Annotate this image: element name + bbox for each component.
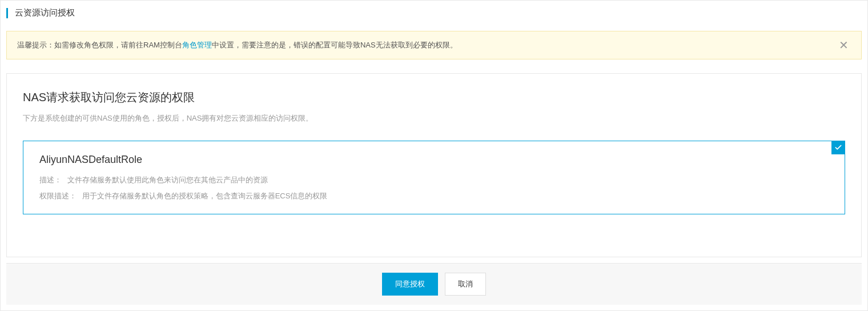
content-subtitle: 下方是系统创建的可供NAS使用的角色，授权后，NAS拥有对您云资源相应的访问权限… xyxy=(23,113,845,123)
agree-button[interactable]: 同意授权 xyxy=(382,273,438,296)
role-description-row: 描述： 文件存储服务默认使用此角色来访问您在其他云产品中的资源 xyxy=(39,175,829,185)
content-panel: NAS请求获取访问您云资源的权限 下方是系统创建的可供NAS使用的角色，授权后，… xyxy=(6,73,862,257)
alert-prefix: 温馨提示：如需修改角色权限，请前往RAM控制台 xyxy=(17,40,182,50)
alert-banner: 温馨提示：如需修改角色权限，请前往RAM控制台 角色管理 中设置，需要注意的是，… xyxy=(6,31,862,59)
role-perm-label: 权限描述： xyxy=(39,192,77,200)
role-card[interactable]: AliyunNASDefaultRole 描述： 文件存储服务默认使用此角色来访… xyxy=(23,141,845,214)
page-header: 云资源访问授权 xyxy=(1,1,867,25)
alert-text: 温馨提示：如需修改角色权限，请前往RAM控制台 角色管理 中设置，需要注意的是，… xyxy=(17,40,457,50)
role-desc-label: 描述： xyxy=(39,176,62,184)
content-title: NAS请求获取访问您云资源的权限 xyxy=(23,90,845,105)
role-name: AliyunNASDefaultRole xyxy=(39,154,829,166)
footer-actions: 同意授权 取消 xyxy=(6,263,862,305)
role-permission-row: 权限描述： 用于文件存储服务默认角色的授权策略，包含查询云服务器ECS信息的权限 xyxy=(39,191,829,201)
selected-check-icon xyxy=(831,141,845,154)
cancel-button[interactable]: 取消 xyxy=(445,273,486,296)
header-accent-bar xyxy=(6,8,8,18)
page-title: 云资源访问授权 xyxy=(15,7,75,18)
role-perm-value: 用于文件存储服务默认角色的授权策略，包含查询云服务器ECS信息的权限 xyxy=(82,192,328,200)
role-desc-value: 文件存储服务默认使用此角色来访问您在其他云产品中的资源 xyxy=(67,176,268,184)
role-management-link[interactable]: 角色管理 xyxy=(182,40,212,50)
close-icon[interactable]: ✕ xyxy=(837,39,851,51)
alert-suffix: 中设置，需要注意的是，错误的配置可能导致NAS无法获取到必要的权限。 xyxy=(212,40,457,50)
